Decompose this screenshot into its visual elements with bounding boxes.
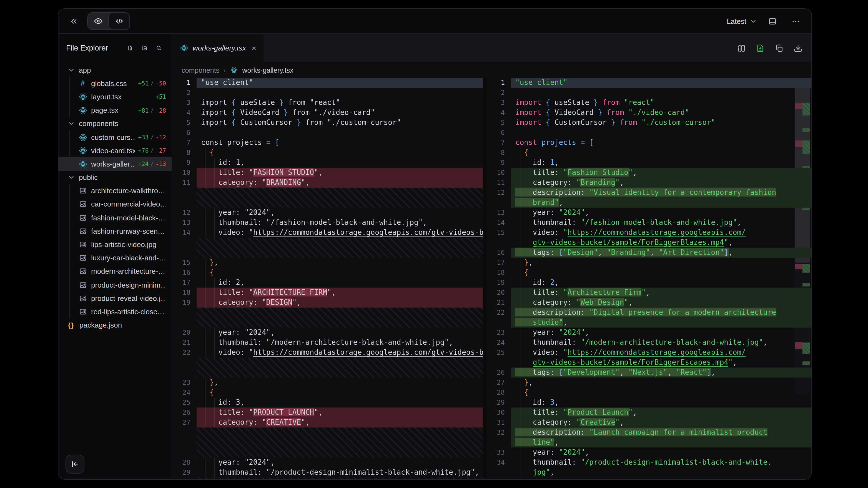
new-folder-button[interactable] bbox=[138, 42, 151, 54]
code-text[interactable]: line", bbox=[511, 437, 811, 448]
breadcrumb-parent[interactable]: components bbox=[182, 66, 219, 74]
layout-panel-button[interactable] bbox=[765, 13, 780, 29]
code-text[interactable]: gtv-videos-bucket/sample/ForBiggerBlazes… bbox=[511, 238, 811, 248]
code-text[interactable]: "use client" bbox=[511, 78, 811, 88]
code-text[interactable]: title: "Architecture Firm", bbox=[511, 288, 811, 298]
version-selector[interactable]: Latest bbox=[727, 17, 757, 25]
code-text[interactable]: year: "2024", bbox=[511, 448, 811, 457]
sidebar-file-product-design-minim-[interactable]: product-design-minim… bbox=[58, 278, 172, 291]
code-text[interactable]: { bbox=[196, 148, 483, 158]
more-options-button[interactable] bbox=[788, 13, 804, 29]
code-text[interactable]: thumbnail: "/modern-architecture-black-a… bbox=[511, 337, 811, 348]
sidebar-file-modern-architecture-[interactable]: modern-architecture-… bbox=[58, 265, 172, 278]
code-text[interactable]: }, bbox=[511, 378, 811, 388]
code-text[interactable]: category: "BRANDING", bbox=[196, 178, 483, 188]
sidebar-file-globals.css[interactable]: #globals.css+51/-50 bbox=[58, 76, 172, 90]
code-text[interactable]: id: 2, bbox=[196, 278, 483, 288]
code-text[interactable]: { bbox=[511, 388, 811, 397]
download-button[interactable] bbox=[790, 40, 806, 56]
sidebar-file-lips-artistic-video.jpg[interactable]: lips-artistic-video.jpg bbox=[58, 238, 172, 251]
sidebar-file-architecture-walkthro-[interactable]: architecture-walkthro… bbox=[58, 184, 172, 197]
code-text[interactable]: thumbnail: "/product-design-minimalist-b… bbox=[511, 457, 811, 467]
code-text[interactable]: { bbox=[511, 148, 811, 158]
split-view-button[interactable] bbox=[734, 40, 749, 56]
sidebar-file-product-reveal-video.j-[interactable]: product-reveal-video.j… bbox=[58, 291, 172, 305]
code-text[interactable]: "use client" bbox=[196, 78, 483, 88]
code-text[interactable]: tags: ["Development", "Next.js", "React"… bbox=[511, 367, 811, 378]
code-text[interactable]: year: "2024", bbox=[196, 328, 483, 337]
code-text[interactable] bbox=[196, 128, 483, 138]
sidebar-file-custom-curs-[interactable]: custom-curs…+33/-12 bbox=[58, 130, 172, 144]
code-text[interactable]: category: "DESIGN", bbox=[196, 298, 483, 307]
code-text[interactable]: title: "Fashion Studio", bbox=[511, 168, 811, 178]
code-text[interactable] bbox=[511, 88, 811, 98]
preview-toggle-button[interactable] bbox=[88, 13, 108, 29]
search-files-button[interactable] bbox=[153, 42, 165, 54]
code-text[interactable]: year: "2024", bbox=[196, 457, 483, 467]
code-text[interactable]: description: "Launch campaign for a mini… bbox=[511, 427, 811, 437]
new-file-button[interactable] bbox=[124, 42, 136, 54]
code-text[interactable]: }, bbox=[511, 258, 811, 268]
code-text[interactable]: const projects = [ bbox=[511, 138, 811, 148]
chevron-down-icon[interactable] bbox=[67, 66, 75, 73]
code-text[interactable]: { bbox=[196, 268, 483, 278]
sidebar-file-fashion-runway-scen-[interactable]: fashion-runway-scen… bbox=[58, 225, 172, 238]
code-text[interactable]: import { CustomCursor } from "./custom-c… bbox=[196, 118, 483, 128]
tab-works-gallery[interactable]: works-gallery.tsx × bbox=[172, 34, 264, 62]
code-text[interactable]: thumbnail: "/fashion-model-black-and-whi… bbox=[511, 218, 811, 228]
sidebar-file-luxury-car-black-and-[interactable]: luxury-car-black-and-… bbox=[58, 251, 172, 264]
code-text[interactable]: title: "Product Launch", bbox=[511, 408, 811, 418]
code-text[interactable]: jpg", bbox=[511, 467, 811, 478]
code-text[interactable]: import { CustomCursor } from "./custom-c… bbox=[511, 118, 811, 128]
code-text[interactable]: video: "https://commondatastorage.google… bbox=[196, 228, 483, 238]
code-text[interactable]: id: 3, bbox=[511, 397, 811, 408]
code-text[interactable]: year: "2024", bbox=[511, 208, 811, 218]
code-text[interactable]: const projects = [ bbox=[196, 138, 483, 148]
sidebar-file-layout.tsx[interactable]: layout.tsx+51 bbox=[58, 90, 172, 103]
code-text[interactable]: studio", bbox=[511, 318, 811, 328]
code-text[interactable] bbox=[196, 88, 483, 98]
code-text[interactable]: title: "ARCHITECTURE FIRM", bbox=[196, 288, 483, 298]
code-text[interactable]: import { useState } from "react" bbox=[511, 98, 811, 108]
sidebar-folder-components[interactable]: components bbox=[58, 117, 172, 130]
code-text[interactable]: video: "https://commondatastorage.google… bbox=[196, 348, 483, 358]
code-text[interactable]: thumbnail: "/modern-architecture-black-a… bbox=[196, 337, 483, 348]
sidebar-file-car-commercial-video-[interactable]: car-commercial-video… bbox=[58, 198, 172, 211]
code-text[interactable] bbox=[511, 128, 811, 138]
code-text[interactable]: description: "Visual identity for a cont… bbox=[511, 188, 811, 198]
collapse-sidebar-button[interactable] bbox=[65, 455, 85, 474]
code-text[interactable]: category: "Branding", bbox=[511, 178, 811, 188]
sidebar-folder-public[interactable]: public bbox=[58, 171, 172, 184]
code-text[interactable]: thumbnail: "/fashion-model-black-and-whi… bbox=[196, 218, 483, 228]
diff-view-button[interactable] bbox=[752, 40, 768, 56]
sidebar-folder-app[interactable]: app bbox=[58, 63, 172, 76]
code-text[interactable]: title: "PRODUCT LAUNCH", bbox=[196, 408, 483, 418]
code-text[interactable]: import { VideoCard } from "./video-card" bbox=[196, 108, 483, 118]
close-tab-icon[interactable]: × bbox=[252, 43, 256, 53]
code-text[interactable]: { bbox=[511, 268, 811, 278]
chevron-down-icon[interactable] bbox=[67, 174, 75, 181]
code-text[interactable]: year: "2024", bbox=[511, 328, 811, 337]
code-text[interactable]: id: 3, bbox=[196, 397, 483, 408]
code-text[interactable]: year: "2024", bbox=[196, 208, 483, 218]
code-text[interactable]: import { VideoCard } from "./video-card" bbox=[511, 108, 811, 118]
code-text[interactable]: category: "Creative", bbox=[511, 418, 811, 427]
code-text[interactable]: id: 1, bbox=[511, 158, 811, 168]
code-text[interactable]: thumbnail: "/product-design-minimalist-b… bbox=[196, 467, 483, 478]
code-toggle-button[interactable] bbox=[108, 13, 129, 29]
code-text[interactable]: tags: ["Design", "Branding", "Art Direct… bbox=[511, 248, 811, 258]
code-text[interactable]: }, bbox=[196, 378, 483, 388]
chevron-down-icon[interactable] bbox=[67, 120, 75, 127]
code-text[interactable]: id: 1, bbox=[196, 158, 483, 168]
code-text[interactable]: }, bbox=[196, 258, 483, 268]
code-text[interactable]: import { useState } from "react" bbox=[196, 98, 483, 108]
sidebar-file-works-galler-[interactable]: works-galler…+24/-13 bbox=[58, 157, 172, 171]
code-text[interactable]: description: "Digital presence for a mod… bbox=[511, 307, 811, 318]
collapse-panel-button[interactable] bbox=[66, 13, 82, 29]
sidebar-file-video-card.tsx[interactable]: video-card.tsx+76/-27 bbox=[58, 144, 172, 157]
code-text[interactable]: category: "CREATIVE", bbox=[196, 418, 483, 427]
code-text[interactable]: gtv-videos-bucket/sample/ForBiggerEscape… bbox=[511, 358, 811, 367]
copy-code-button[interactable] bbox=[771, 40, 787, 56]
sidebar-file-fashion-model-black-[interactable]: fashion-model-black-… bbox=[58, 211, 172, 224]
code-text[interactable]: video: "https://commondatastorage.google… bbox=[511, 228, 811, 238]
